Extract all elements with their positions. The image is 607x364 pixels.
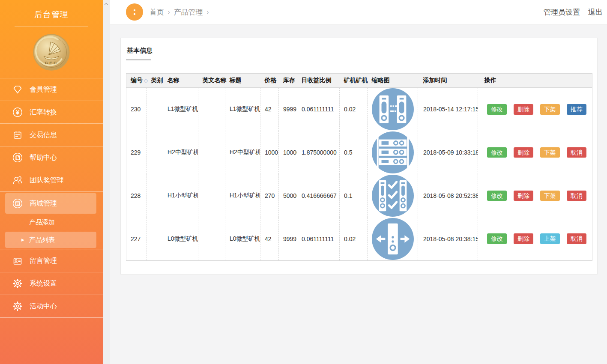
sidebar-item-label: 帮助中心 <box>30 153 57 162</box>
sidebar-subitem-product-list[interactable]: ▶ 产品列表 <box>5 232 96 248</box>
sidebar-menu: 會員管理 汇率转换 交易信息 帮助中心 团队奖管理 商城管理 <box>0 78 103 318</box>
server-pair-icon <box>372 88 414 130</box>
sidebar-item-label: 团队奖管理 <box>30 176 64 185</box>
table-row: 230 L1微型矿机 L1微型矿机 42 9999 0.061111111 0.… <box>126 88 592 131</box>
cell-category <box>147 131 163 174</box>
cell-actions: 修改 删除 下架 推荐 赠送 <box>478 88 592 131</box>
off-shelf-button[interactable]: 下架 <box>540 147 560 158</box>
breadcrumb-product-management[interactable]: 产品管理 <box>174 7 203 17</box>
breadcrumb-home[interactable]: 首页 <box>150 7 164 17</box>
cell-actions: 修改 删除 下架 取消 赠送 <box>478 174 592 218</box>
cell-daily-ratio: 0.061111111 <box>297 88 340 131</box>
sidebar-item-mall-management[interactable]: 商城管理 <box>5 193 96 214</box>
cell-category <box>147 88 163 131</box>
col-header-name: 名称 <box>163 74 198 88</box>
cell-daily-ratio: 0.416666667 <box>297 174 340 218</box>
cell-added-time: 2018-05-14 12:17:15 <box>418 88 478 131</box>
cell-en-name <box>198 88 225 131</box>
logout-link[interactable]: 退出 <box>588 7 603 17</box>
recommend-button[interactable]: 推荐 <box>567 104 586 115</box>
col-header-id[interactable]: 编号◇ <box>126 74 147 88</box>
calendar-icon <box>12 129 23 140</box>
col-header-thumbnail: 缩略图 <box>368 74 418 88</box>
sidebar-item-label: 活动中心 <box>30 302 57 311</box>
breadcrumb-separator: › <box>207 9 209 15</box>
cell-miner: 0.5 <box>340 131 368 174</box>
cell-title: L0微型矿机 <box>225 218 260 261</box>
cell-title: L1微型矿机 <box>225 88 260 131</box>
sidebar-scrollbar[interactable] <box>103 0 110 364</box>
breadcrumb-separator: › <box>168 9 170 15</box>
cell-stock: 10000 <box>279 131 297 174</box>
sidebar-item-members[interactable]: 會員管理 <box>0 78 103 101</box>
card-icon <box>12 256 23 267</box>
gear-icon <box>12 301 23 312</box>
shop-icon <box>12 198 23 209</box>
col-header-category: 类别 <box>147 74 163 88</box>
sidebar-item-transactions[interactable]: 交易信息 <box>0 124 103 146</box>
delete-button[interactable]: 删除 <box>514 147 533 158</box>
sidebar-item-label: 商城管理 <box>30 199 57 208</box>
col-header-miner: 矿机矿机 <box>340 74 368 88</box>
tab-basic-info[interactable]: 基本信息 <box>127 47 152 55</box>
on-shelf-button[interactable]: 上架 <box>540 233 560 244</box>
col-header-added-time: 添加时间 <box>418 74 478 88</box>
cell-price: 1000 <box>260 131 279 174</box>
sidebar: 后台管理 GEC 會員管理 <box>0 0 103 364</box>
divider <box>15 27 88 27</box>
sidebar-subitem-product-add[interactable]: 产品添加 <box>0 214 103 231</box>
cell-title: H2中型矿机 <box>225 131 260 174</box>
product-panel: 基本信息 编号◇ 类别 名称 英文名称 <box>120 38 598 274</box>
cell-id: 227 <box>126 218 147 261</box>
content-area: 基本信息 编号◇ 类别 名称 英文名称 <box>110 24 607 364</box>
team-icon <box>12 175 23 186</box>
cell-daily-ratio: 0.061111111 <box>297 218 340 261</box>
sidebar-item-messages[interactable]: 留言管理 <box>0 250 103 272</box>
cell-thumbnail <box>368 174 418 218</box>
delete-button[interactable]: 删除 <box>514 233 533 244</box>
book-icon <box>12 152 23 163</box>
table-row: 228 H1小型矿机 H1小型矿机 270 50000 0.416666667 … <box>126 174 592 218</box>
server-rack-icon <box>372 131 414 173</box>
cancel-button[interactable]: 取消 <box>567 191 586 201</box>
sidebar-item-activity-center[interactable]: 活动中心 <box>0 295 103 318</box>
sidebar-item-team-rewards[interactable]: 团队奖管理 <box>0 169 103 192</box>
cell-name: L1微型矿机 <box>163 88 198 131</box>
cell-name: H2中型矿机 <box>163 131 198 174</box>
edit-button[interactable]: 修改 <box>487 147 507 158</box>
edit-button[interactable]: 修改 <box>487 233 507 244</box>
cell-stock: 9999 <box>279 88 297 131</box>
edit-button[interactable]: 修改 <box>487 104 507 115</box>
sidebar-item-label: 留言管理 <box>30 257 57 266</box>
sidebar-subitem-label: 产品列表 <box>29 236 55 244</box>
cell-price: 42 <box>260 88 279 131</box>
menu-toggle-avatar[interactable] <box>126 3 143 21</box>
scroll-up-arrow-icon[interactable] <box>105 3 108 6</box>
edit-button[interactable]: 修改 <box>487 191 507 201</box>
cell-name: L0微型矿机 <box>163 218 198 261</box>
col-header-price: 价格 <box>260 74 279 88</box>
cell-added-time: 2018-05-09 10:33:18 <box>418 131 478 174</box>
admin-settings-link[interactable]: 管理员设置 <box>544 7 580 17</box>
cancel-button[interactable]: 取消 <box>567 233 586 244</box>
cell-actions: 修改 删除 上架 取消 赠送 <box>478 218 592 261</box>
table-header-row: 编号◇ 类别 名称 英文名称 标题 价格 库存 日收益比例 矿机矿机 缩略图 添… <box>126 74 592 88</box>
sidebar-item-system-settings[interactable]: 系统设置 <box>0 272 103 295</box>
cell-added-time: 2018-05-08 20:52:38 <box>418 174 478 218</box>
sidebar-item-exchange-rate[interactable]: 汇率转换 <box>0 101 103 124</box>
delete-button[interactable]: 删除 <box>514 104 533 115</box>
col-header-en-name: 英文名称 <box>198 74 225 88</box>
cell-thumbnail <box>368 218 418 261</box>
submenu-arrow-icon: ▶ <box>21 238 24 242</box>
delete-button[interactable]: 删除 <box>514 191 533 201</box>
sort-icon[interactable]: ◇ <box>144 78 148 84</box>
sidebar-item-label: 會員管理 <box>30 85 57 94</box>
cell-miner: 0.1 <box>340 174 368 218</box>
sidebar-item-label: 交易信息 <box>30 131 57 140</box>
sidebar-item-help-center[interactable]: 帮助中心 <box>0 146 103 169</box>
off-shelf-button[interactable]: 下架 <box>540 104 560 115</box>
off-shelf-button[interactable]: 下架 <box>540 191 560 201</box>
main-area: 首页 › 产品管理 › 管理员设置 退出 基本信息 <box>110 0 607 364</box>
cancel-button[interactable]: 取消 <box>567 147 586 158</box>
cell-en-name <box>198 218 225 261</box>
